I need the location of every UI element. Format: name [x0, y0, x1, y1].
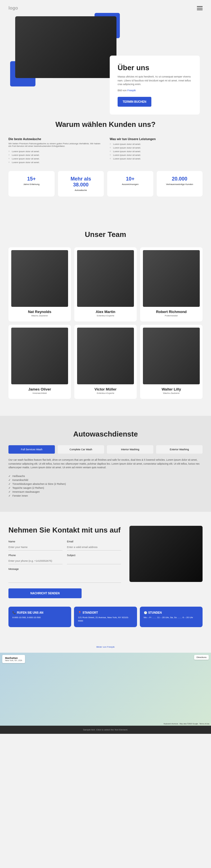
service-item: Fenster innen: [8, 494, 203, 498]
contact-image: [129, 526, 203, 582]
services-heading: Autowaschdienste: [8, 430, 203, 438]
team-card: Nat ReynoldsWachs-Zauberer: [8, 247, 71, 321]
team-role: Wachs-Zauberer: [11, 314, 68, 317]
team-card: Robert RichmondPoliermeister: [140, 247, 203, 321]
contact-heading: Nehmen Sie Kontakt mit uns auf: [8, 526, 121, 534]
map-location-card: Manhattan New York, NY, USA: [2, 655, 25, 663]
message-label: Message: [8, 568, 121, 570]
phone-field[interactable]: [8, 558, 62, 564]
email-label: Email: [67, 540, 121, 543]
info-card: 🕐 STUNDENMo – Fr …… 11 – 20 Uhr, Sa, So …: [140, 607, 203, 627]
page-title: Über uns: [117, 63, 192, 72]
team-photo: [77, 250, 134, 307]
map[interactable]: Manhattan New York, NY, USA Directions K…: [0, 653, 211, 726]
stat-card: 10+Auszeichnungen: [107, 171, 153, 196]
stat-card: 20.000Vertrauenswürdige Kunden: [157, 171, 203, 196]
email-field[interactable]: [67, 544, 121, 551]
stat-card: Mehr als 38.000Autowäsche: [58, 171, 104, 196]
list-item: Lorem ipsum dolor sit amet.: [8, 150, 101, 153]
tab-complete-car-wash[interactable]: Complete Car Wash: [58, 445, 104, 454]
hero-desc: Massa ultricies mi quis hendrerit. Ac ut…: [117, 75, 192, 87]
team-role: Poliermeister: [143, 314, 200, 317]
info-card: 📞 RUFEN SIE UNS AN8-800-10-500, 8-800-10…: [8, 607, 71, 627]
submit-button[interactable]: NACHRICHT SENDEN: [8, 588, 82, 598]
team-photo: [11, 328, 68, 384]
team-card: Walter LillyWachs-Zauberer: [140, 325, 203, 399]
list-item: Lorem ipsum dolor sit amet.: [110, 146, 203, 150]
list-item: Lorem ipsum dolor sit amet.: [110, 157, 203, 161]
list-item: Lorem ipsum dolor sit amet.: [8, 153, 101, 157]
team-name: Victor Müller: [77, 387, 134, 391]
list-item: Lorem ipsum dolor sit amet.: [110, 153, 203, 157]
team-card: James OliverInnenarchitekt: [8, 325, 71, 399]
why-col1-title: Die beste Autowäsche: [8, 137, 101, 141]
team-name: Alex Martin: [77, 310, 134, 314]
team-name: Walter Lilly: [143, 387, 200, 391]
team-name: Nat Reynolds: [11, 310, 68, 314]
info-card-text: 121 Rock Street, 21 Avenue, New York, NY…: [78, 616, 133, 623]
info-card-title: 📍 STANDORT: [78, 611, 133, 614]
list-item: Lorem ipsum dolor sit amet.: [110, 150, 203, 153]
footer-text: Sample text. Click to select the Text El…: [0, 726, 211, 734]
list-item: Lorem ipsum dolor sit amet.: [110, 142, 203, 146]
stat-label: Jahre Erfahrung: [14, 183, 50, 186]
message-field[interactable]: [8, 571, 121, 583]
team-role: Exterieur-Experte: [77, 314, 134, 317]
team-name: Robert Richmond: [143, 310, 200, 314]
footer-attribution: Bilder von Freepik: [0, 641, 211, 653]
subject-label: Subject: [67, 554, 121, 557]
tab-interior-washing[interactable]: Interior Washing: [107, 445, 153, 454]
team-photo: [11, 250, 68, 307]
service-item: Heißwachs: [8, 474, 203, 478]
service-item: Türverkleidungen abwischen & Sitze (2 Re…: [8, 482, 203, 486]
name-field[interactable]: [8, 544, 62, 551]
team-role: Innenarchitekt: [11, 392, 68, 395]
name-label: Name: [8, 540, 62, 543]
cta-button[interactable]: TERMIN BUCHEN: [117, 97, 151, 107]
logo: logo: [8, 6, 18, 11]
why-heading: Warum wählen Kunden uns?: [8, 120, 203, 129]
team-photo: [143, 250, 200, 307]
team-photo: [77, 328, 134, 384]
info-icon: 📞: [12, 611, 16, 614]
stat-card: 15+Jahre Erfahrung: [8, 171, 55, 196]
stat-number: 10+: [112, 176, 148, 182]
service-item: Teppiche saugen (2 Reihen): [8, 486, 203, 490]
stat-label: Autowäsche: [63, 189, 99, 191]
stat-number: 20.000: [162, 176, 198, 182]
list-item: Lorem ipsum dolor sit amet.: [8, 161, 101, 164]
tab-exterior-washing[interactable]: Exterior Washing: [156, 445, 203, 454]
service-item: Innenraum staubsaugen: [8, 490, 203, 494]
info-card: 📍 STANDORT121 Rock Street, 21 Avenue, Ne…: [74, 607, 137, 627]
hero-card: Über uns Massa ultricies mi quis hendrer…: [110, 56, 200, 115]
list-item: Lorem ipsum dolor sit amet.: [8, 157, 101, 161]
info-card-title: 📞 RUFEN SIE UNS AN: [12, 611, 67, 614]
team-role: Exterieur-Experte: [77, 392, 134, 395]
image-attribution: Bild von Freepik: [117, 89, 192, 93]
info-icon: 📍: [78, 611, 81, 614]
service-item: Keramikschild: [8, 478, 203, 482]
hero-image: [15, 16, 116, 78]
tab-full-services-wash[interactable]: Full Services Wash: [8, 445, 55, 454]
info-icon: 🕐: [144, 611, 147, 614]
stat-number: Mehr als 38.000: [63, 176, 99, 188]
menu-icon[interactable]: [197, 8, 203, 8]
phone-label: Phone: [8, 554, 62, 557]
info-card-text: 8-800-10-500, 8-800-10-500: [12, 616, 67, 619]
stat-label: Vertrauenswürdige Kunden: [162, 183, 198, 186]
team-role: Wachs-Zauberer: [143, 392, 200, 395]
info-card-title: 🕐 STUNDEN: [144, 611, 199, 614]
stat-label: Auszeichnungen: [112, 183, 148, 186]
team-photo: [143, 328, 200, 384]
info-card-text: Mo – Fr …… 11 – 20 Uhr, Sa, So …… 6 – 20…: [144, 616, 199, 619]
team-card: Victor MüllerExterieur-Experte: [74, 325, 137, 399]
map-attribution: Keyboard shortcuts · Map data ©2023 Goog…: [164, 723, 209, 724]
subject-field[interactable]: [67, 558, 121, 564]
services-desc: Our car wash facilities feature flat-bel…: [8, 458, 203, 470]
why-col2-title: Was wir tun Unsere Leistungen: [110, 137, 203, 141]
team-card: Alex MartinExterieur-Experte: [74, 247, 137, 321]
why-col1-text: Wir bieten Premium-Fahrzeugwäsche zu ein…: [8, 142, 101, 147]
directions-button[interactable]: Directions: [194, 655, 209, 660]
team-name: James Oliver: [11, 387, 68, 391]
team-heading: Unser Team: [8, 230, 203, 239]
